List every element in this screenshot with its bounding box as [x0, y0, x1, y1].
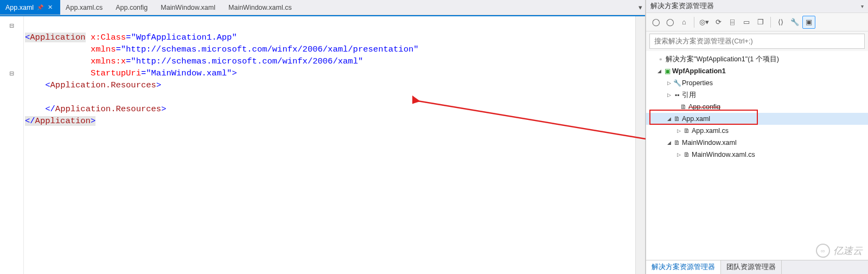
- tabwell-overflow-icon[interactable]: ▾: [635, 0, 645, 15]
- panel-options-icon[interactable]: ▾: [861, 3, 864, 9]
- node-label: WpfApplication1: [672, 67, 726, 75]
- chevron-down-icon[interactable]: [666, 116, 672, 122]
- code-token: =: [116, 44, 120, 54]
- code-token: x:Class: [91, 33, 126, 42]
- xaml-file-icon: 🗎: [672, 139, 682, 146]
- editor: ⊟ ⊟ <Application x:Class="WpfApplication…: [0, 15, 645, 274]
- tab-solution-explorer[interactable]: 解决方案资源管理器: [646, 260, 721, 274]
- node-label: Properties: [682, 79, 713, 87]
- code-token: >: [232, 68, 237, 78]
- code-view-icon[interactable]: ⟨⟩: [774, 16, 787, 29]
- code-token: </: [45, 104, 55, 114]
- pin-icon[interactable]: 📌: [37, 4, 43, 10]
- node-label: App.xaml: [682, 115, 710, 123]
- tab-app-xaml-cs[interactable]: App.xaml.cs: [60, 0, 110, 15]
- node-label: MainWindow.xaml.cs: [692, 151, 755, 158]
- chevron-down-icon[interactable]: [666, 140, 672, 145]
- app-xaml-node[interactable]: 🗎 App.xaml: [646, 113, 868, 125]
- panel-title: 解决方案资源管理器: [650, 2, 714, 11]
- chevron-right-icon[interactable]: [675, 152, 682, 157]
- chevron-down-icon[interactable]: [656, 68, 662, 74]
- search-box: [649, 34, 865, 49]
- code-token: "MainWindow.xaml": [146, 68, 232, 78]
- tab-label: App.xaml.cs: [66, 4, 103, 11]
- editor-area: App.xaml 📌 ✕ App.xaml.cs App.config Main…: [0, 0, 646, 274]
- node-label: 引用: [682, 91, 696, 100]
- tab-label: MainWindow.xaml.cs: [228, 4, 292, 11]
- document-tabwell: App.xaml 📌 ✕ App.xaml.cs App.config Main…: [0, 0, 645, 15]
- references-node[interactable]: ▪▪ 引用: [646, 89, 868, 101]
- preview-icon[interactable]: ▣: [802, 16, 815, 29]
- code-token: Application.Resources: [50, 80, 156, 90]
- code-token: </: [25, 116, 35, 126]
- code-token: "http://schemas.microsoft.com/winfx/2006…: [131, 56, 363, 66]
- app-xaml-cs-node[interactable]: 🗎 App.xaml.cs: [646, 125, 868, 137]
- back-icon[interactable]: ◯: [649, 16, 662, 29]
- cs-file-icon: 🗎: [682, 127, 692, 135]
- home-icon[interactable]: ⌂: [678, 16, 691, 29]
- tab-app-config[interactable]: App.config: [110, 0, 155, 15]
- editor-gutter: ⊟ ⊟: [0, 16, 24, 274]
- tabwell-spacer: [299, 0, 635, 15]
- tab-team-explorer[interactable]: 团队资源管理器: [721, 260, 782, 274]
- tab-app-xaml[interactable]: App.xaml 📌 ✕: [0, 0, 60, 15]
- tab-mainwindow-xaml-cs[interactable]: MainWindow.xaml.cs: [223, 0, 299, 15]
- code-token: <: [25, 33, 30, 42]
- separator: [694, 17, 694, 28]
- node-label: MainWindow.xaml: [682, 139, 737, 146]
- show-all-icon[interactable]: ▭: [740, 16, 753, 29]
- code-token: xmlns:x: [91, 56, 126, 66]
- chevron-right-icon[interactable]: [666, 92, 672, 98]
- solution-icon: ▫: [656, 55, 666, 63]
- code-token: <: [45, 80, 50, 90]
- properties-node[interactable]: 🔧 Properties: [646, 77, 868, 89]
- cs-file-icon: 🗎: [682, 151, 692, 158]
- fold-toggle-icon[interactable]: ⊟: [0, 67, 23, 79]
- code-token: >: [156, 80, 161, 90]
- copy-icon[interactable]: ❐: [754, 16, 767, 29]
- app-config-node[interactable]: 🗎 App.config: [646, 101, 868, 113]
- separator: [770, 17, 771, 28]
- search-input[interactable]: [649, 34, 865, 49]
- code-token: >: [91, 116, 95, 126]
- mainwindow-xaml-cs-node[interactable]: 🗎 MainWindow.xaml.cs: [646, 149, 868, 161]
- properties-icon[interactable]: 🔧: [788, 16, 801, 29]
- tab-label: App.config: [116, 4, 148, 11]
- code-token: xmlns: [91, 44, 116, 54]
- code-token: StartupUri: [91, 68, 141, 78]
- solution-node[interactable]: ▫ 解决方案"WpfApplication1"(1 个项目): [646, 53, 868, 65]
- tab-label: MainWindow.xaml: [161, 4, 215, 11]
- solution-toolbar: ◯ ◯ ⌂ ◎▾ ⟳ ⌸ ▭ ❐ ⟨⟩ 🔧 ▣: [646, 13, 868, 31]
- tab-label: App.xaml: [5, 4, 34, 11]
- code-token: >: [161, 104, 166, 114]
- code-token: Application: [30, 33, 85, 42]
- code-token: =: [126, 33, 131, 42]
- sync-icon[interactable]: ◎▾: [698, 16, 711, 29]
- code-token: "WpfApplication1.App": [131, 33, 237, 42]
- tab-mainwindow-xaml[interactable]: MainWindow.xaml: [155, 0, 223, 15]
- fold-toggle-icon[interactable]: ⊟: [0, 20, 23, 31]
- mainwindow-xaml-node[interactable]: 🗎 MainWindow.xaml: [646, 137, 868, 149]
- solution-explorer: 解决方案资源管理器 ▾ ◯ ◯ ⌂ ◎▾ ⟳ ⌸ ▭ ❐ ⟨⟩ 🔧 ▣ ▫ 解决…: [646, 0, 868, 274]
- chevron-right-icon[interactable]: [666, 80, 672, 86]
- file-icon: 🗎: [679, 103, 688, 111]
- wrench-icon: 🔧: [672, 79, 682, 87]
- close-icon[interactable]: ✕: [48, 4, 53, 11]
- references-icon: ▪▪: [672, 91, 682, 99]
- forward-icon[interactable]: ◯: [663, 16, 676, 29]
- refresh-icon[interactable]: ⟳: [712, 16, 725, 29]
- node-label: App.config: [688, 103, 720, 111]
- project-node[interactable]: ▣ WpfApplication1: [646, 65, 868, 77]
- collapse-all-icon[interactable]: ⌸: [726, 16, 739, 29]
- vertical-scrollbar[interactable]: [635, 16, 645, 274]
- code-token: [86, 33, 91, 42]
- code-token: Application.Resources: [55, 104, 161, 114]
- node-label: 解决方案"WpfApplication1"(1 个项目): [666, 55, 779, 64]
- code-token: =: [141, 68, 146, 78]
- chevron-right-icon[interactable]: [675, 128, 682, 133]
- panel-bottom-tabs: 解决方案资源管理器 团队资源管理器: [646, 260, 868, 274]
- code-text[interactable]: <Application x:Class="WpfApplication1.Ap…: [24, 16, 635, 274]
- csharp-project-icon: ▣: [662, 67, 672, 75]
- panel-title-bar: 解决方案资源管理器 ▾: [646, 0, 868, 13]
- node-label: App.xaml.cs: [692, 127, 729, 135]
